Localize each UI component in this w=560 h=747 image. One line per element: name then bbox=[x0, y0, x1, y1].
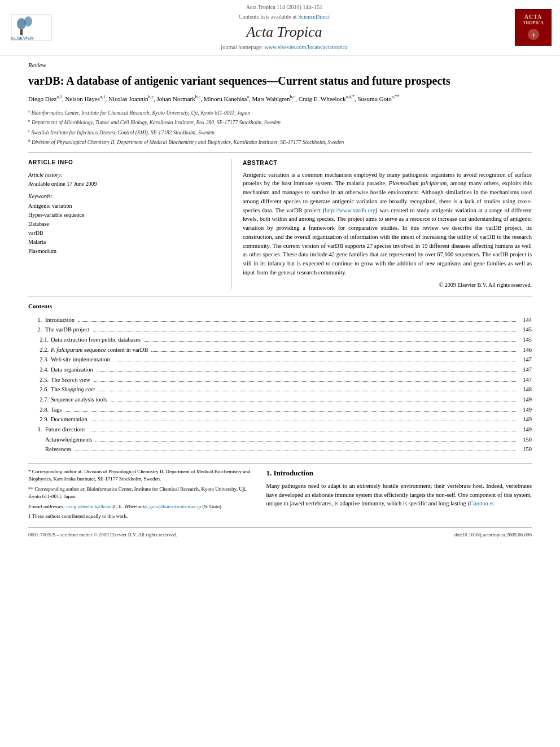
footer-columns: * Corresponding author at: Division of P… bbox=[28, 468, 532, 521]
introduction-heading: 1. Introduction bbox=[266, 468, 532, 478]
svg-point-2 bbox=[24, 16, 32, 27]
toc-item-2-3: 2.3. Web site implementation 147 bbox=[28, 355, 532, 365]
abstract: Abstract Antigenic variation is a common… bbox=[243, 159, 532, 289]
keywords-label: Keywords: bbox=[28, 193, 220, 200]
keyword-item: Hyper-variable sequence bbox=[28, 211, 220, 220]
introduction-section: 1. Introduction Many pathogens need to a… bbox=[266, 468, 532, 521]
authors: Diego Dieza,1, Nelson Hayesa,1, Nicolas … bbox=[28, 94, 532, 104]
copyright-notice: 0001-706X/$ – see front matter © 2009 El… bbox=[28, 531, 177, 539]
email-note: E-mail addresses: craig.wheelock@ki.se (… bbox=[28, 503, 255, 511]
keyword-item: Malaria bbox=[28, 238, 220, 247]
article-info: Article info Article history: Available … bbox=[28, 159, 220, 289]
article-info-abstract: Article info Article history: Available … bbox=[28, 152, 532, 289]
header-center: Acta Tropica 114 (2010) 144–151 Contents… bbox=[54, 3, 515, 51]
affiliations: a Bioinformatics Center, Institute for C… bbox=[28, 108, 532, 147]
abstract-heading: Abstract bbox=[243, 159, 532, 167]
article-ref: Acta Tropica 114 (2010) 144–151 bbox=[59, 3, 509, 11]
email-link-2[interactable]: goto@kuicr.kyoto-u.ac.jp bbox=[149, 504, 201, 509]
article-content: Review varDB: A database of antigenic va… bbox=[0, 55, 560, 544]
svg-rect-3 bbox=[20, 29, 23, 35]
footnote-1: 1 These authors contributed equally to t… bbox=[28, 513, 255, 521]
toc-item-ref: References 150 bbox=[28, 445, 532, 455]
acta-tropica-badge: ACTA TROPICA ⚕ bbox=[515, 9, 552, 46]
journal-header: ELSEVIER Acta Tropica 114 (2010) 144–151… bbox=[0, 0, 560, 55]
toc-item-1: 1. Introduction 144 bbox=[28, 315, 532, 325]
toc-item-2-5: 2.5. The Search view 147 bbox=[28, 375, 532, 385]
article-title: varDB: A database of antigenic variant s… bbox=[28, 73, 532, 88]
copyright: © 2009 Elsevier B.V. All rights reserved… bbox=[243, 281, 532, 289]
keyword-item: Antigenic variation bbox=[28, 202, 220, 211]
history-label: Article history: bbox=[28, 171, 220, 179]
keyword-item: varDB bbox=[28, 229, 220, 238]
vardb-link[interactable]: http://www.vardb.org bbox=[325, 207, 375, 213]
toc-item-ack: Acknowledgements 150 bbox=[28, 435, 532, 445]
introduction-text: Many pathogens need to adapt to an extre… bbox=[266, 482, 532, 508]
toc-item-2-1: 2.1. Data extraction from public databas… bbox=[28, 335, 532, 345]
contents: Contents 1. Introduction 144 2. The varD… bbox=[28, 296, 532, 455]
corresponding-2: ** Corresponding author at: Bioinformati… bbox=[28, 486, 255, 501]
keyword-item: Database bbox=[28, 220, 220, 229]
svg-text:ELSEVIER: ELSEVIER bbox=[11, 36, 34, 41]
keyword-list: Antigenic variation Hyper-variable seque… bbox=[28, 202, 220, 256]
cannon-ref: Cannon et bbox=[470, 500, 494, 506]
toc-item-2: 2. The varDB project 145 bbox=[28, 325, 532, 335]
footer-section: * Corresponding author at: Division of P… bbox=[28, 463, 532, 521]
corresponding-1: * Corresponding author at: Division of P… bbox=[28, 468, 255, 483]
toc-item-3: 3. Future directions 149 bbox=[28, 425, 532, 435]
doi: doi:10.1016/j.actatropica.2009.06.006 bbox=[454, 531, 532, 539]
column-divider bbox=[231, 159, 231, 289]
toc-item-2-2: 2.2. P. falciparum sequence content in v… bbox=[28, 345, 532, 355]
toc-item-2-6: 2.6. The Shopping cart 148 bbox=[28, 385, 532, 395]
page: ELSEVIER Acta Tropica 114 (2010) 144–151… bbox=[0, 0, 560, 544]
article-info-heading: Article info bbox=[28, 159, 220, 167]
bottom-bar: 0001-706X/$ – see front matter © 2009 El… bbox=[28, 527, 532, 539]
toc-item-2-9: 2.9. Documentation 149 bbox=[28, 415, 532, 425]
contents-heading: Contents bbox=[28, 302, 532, 311]
keyword-item: Plasmodium bbox=[28, 247, 220, 256]
journal-homepage: journal homepage: www.elsevier.com/locat… bbox=[59, 43, 509, 51]
available-date: Available online 17 June 2009 bbox=[28, 180, 220, 188]
toc-item-2-4: 2.4. Data organization 147 bbox=[28, 365, 532, 375]
sciencedirect-notice: Contents lists available at ScienceDirec… bbox=[59, 13, 509, 21]
article-type: Review bbox=[28, 61, 532, 69]
abstract-text: Antigenic variation is a common mechanis… bbox=[243, 171, 532, 277]
toc-item-2-8: 2.8. Tags 149 bbox=[28, 405, 532, 415]
journal-name: Acta Tropica bbox=[59, 22, 509, 42]
toc-item-2-7: 2.7. Sequence analysis tools 149 bbox=[28, 395, 532, 405]
email-link-1[interactable]: craig.wheelock@ki.se bbox=[66, 504, 111, 509]
footer-notes: * Corresponding author at: Division of P… bbox=[28, 468, 255, 521]
elsevier-logo: ELSEVIER bbox=[8, 14, 54, 42]
